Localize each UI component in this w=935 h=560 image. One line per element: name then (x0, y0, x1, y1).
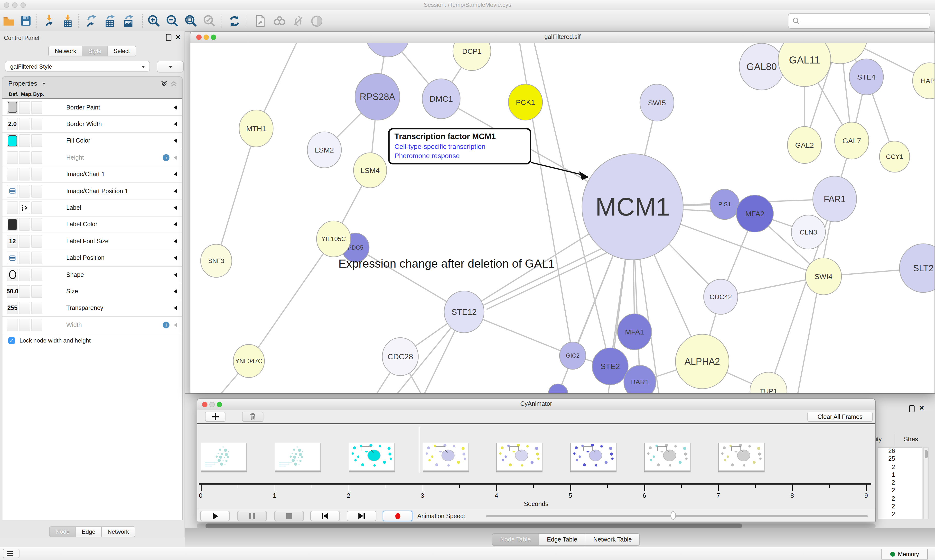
node-RPS28A[interactable]: RPS28A (355, 74, 400, 120)
hide-panel-icon[interactable] (290, 13, 306, 29)
tab-network[interactable]: Network (101, 526, 136, 537)
style-dropdown[interactable]: galFiltered Style (5, 61, 150, 72)
node-MFA1[interactable]: MFA1 (617, 314, 651, 350)
default-value-cell[interactable]: 255 (7, 302, 18, 315)
property-row-image-chart-1[interactable]: Image/Chart 1 (2, 166, 182, 183)
default-value-cell[interactable] (7, 101, 18, 114)
zoom-out-icon[interactable] (165, 13, 180, 29)
default-value-cell[interactable] (7, 268, 18, 281)
annotation-box[interactable]: Transcription factor MCM1 Cell-type-spec… (388, 128, 531, 165)
node-STE2[interactable]: STE2 (592, 348, 628, 385)
node-CDC28[interactable]: CDC28 (382, 338, 418, 375)
property-row-size[interactable]: 50.0Size (2, 283, 182, 300)
annotation-link-1[interactable]: Cell-type-specific transcription (395, 143, 525, 150)
mapping-cell[interactable] (19, 285, 30, 298)
mapping-cell[interactable] (19, 168, 30, 181)
expand-arrow-icon[interactable] (174, 155, 177, 160)
expand-arrow-icon[interactable] (174, 205, 177, 210)
next-frame-button[interactable] (347, 511, 376, 521)
export-table-icon[interactable] (102, 13, 118, 29)
mapping-cell[interactable] (19, 268, 30, 281)
mapping-cell[interactable] (19, 319, 30, 331)
collapse-all-up-icon[interactable] (170, 80, 177, 87)
frame-thumbnail-6[interactable] (644, 443, 691, 471)
node-CDC42[interactable]: CDC42 (704, 279, 738, 314)
lock-node-size-row[interactable]: ✓Lock node width and height (2, 334, 182, 348)
annotation-link-2[interactable]: Pheromone response (395, 152, 525, 160)
node-FAR1[interactable]: FAR1 (813, 176, 856, 222)
expand-arrow-icon[interactable] (174, 172, 177, 177)
zoom-fit-icon[interactable] (183, 13, 199, 29)
import-table-icon[interactable] (60, 13, 76, 29)
node-YIL105C[interactable]: YIL105C (316, 221, 350, 257)
tab-network[interactable]: Network (48, 46, 82, 57)
table-column-stress[interactable]: Stres (904, 436, 918, 443)
node-PIS1[interactable]: PIS1 (710, 189, 739, 219)
property-row-shape[interactable]: Shape (2, 267, 182, 283)
tab-edge[interactable]: Edge (76, 526, 101, 537)
close-panel-icon[interactable]: ✕ (175, 35, 181, 40)
search-network-icon[interactable] (272, 13, 287, 29)
bypass-cell[interactable] (31, 302, 42, 315)
property-row-image-chart-position-1[interactable]: Image/Chart Position 1 (2, 183, 182, 200)
save-session-icon[interactable] (18, 13, 34, 29)
node-GAL2[interactable]: GAL2 (787, 126, 822, 163)
table-cell[interactable]: 2 (878, 487, 922, 495)
tab-style[interactable]: Style (82, 46, 107, 57)
expand-arrow-icon[interactable] (174, 255, 177, 260)
frame-thumbnail-1[interactable] (275, 443, 321, 471)
expand-arrow-icon[interactable] (174, 138, 177, 143)
frame-thumbnail-3[interactable] (423, 443, 469, 471)
import-network-icon[interactable] (42, 13, 57, 29)
node-LSM2[interactable]: LSM2 (307, 132, 341, 168)
default-value-cell[interactable]: 50.0 (7, 285, 18, 298)
tab-edge-table[interactable]: Edge Table (538, 533, 585, 546)
animation-speed-thumb[interactable] (671, 511, 676, 520)
property-row-label-color[interactable]: Label Color (2, 216, 182, 233)
export-network-icon[interactable] (84, 13, 99, 29)
tab-network-table[interactable]: Network Table (585, 533, 640, 546)
default-value-cell[interactable]: 12 (7, 235, 18, 248)
zoom-selected-icon[interactable] (202, 13, 217, 29)
node-MFA2[interactable]: MFA2 (736, 195, 773, 232)
show-panels-menu-button[interactable] (3, 549, 20, 558)
node-DMC1[interactable]: DMC1 (422, 79, 460, 119)
table-cell[interactable]: 1 (878, 471, 922, 480)
node-LSM4[interactable]: LSM4 (353, 153, 387, 188)
lock-checkbox[interactable]: ✓ (8, 337, 15, 344)
frame-thumbnail-2[interactable] (349, 443, 395, 471)
property-row-border-width[interactable]: 2.0Border Width (2, 116, 182, 133)
chevron-down-icon[interactable] (42, 83, 45, 85)
node-RPS28B[interactable]: RPS28B (366, 43, 410, 57)
bypass-cell[interactable] (31, 235, 42, 248)
play-button[interactable] (200, 511, 230, 521)
bypass-cell[interactable] (31, 168, 42, 181)
table-vertical-scrollbar[interactable] (923, 447, 929, 519)
default-value-cell[interactable] (7, 218, 18, 231)
node-STE12[interactable]: STE12 (444, 291, 484, 333)
default-value-cell[interactable] (7, 252, 18, 264)
default-value-cell[interactable] (7, 185, 18, 197)
table-cell[interactable]: 2 (878, 503, 922, 511)
property-row-label-font-size[interactable]: 12Label Font Size (2, 233, 182, 250)
close-panel-icon[interactable]: ✕ (919, 405, 924, 411)
export-image-icon[interactable] (121, 13, 136, 29)
previous-frame-button[interactable] (310, 511, 340, 521)
bypass-cell[interactable] (31, 319, 42, 331)
table-column-centrality[interactable]: ity (876, 436, 882, 443)
float-panel-icon[interactable] (909, 405, 915, 414)
mapping-cell[interactable] (19, 185, 30, 197)
search-input[interactable] (788, 13, 930, 29)
mapping-cell[interactable] (19, 252, 30, 264)
property-row-transparency[interactable]: 255Transparency (2, 300, 182, 317)
frame-thumbnail-7[interactable] (718, 443, 765, 471)
zoom-in-icon[interactable] (146, 13, 162, 29)
table-horizontal-scrollbar[interactable] (197, 523, 876, 528)
table-cell[interactable]: 2 (878, 495, 922, 503)
node-GAL80[interactable]: GAL80 (739, 43, 784, 90)
expand-arrow-icon[interactable] (174, 272, 177, 277)
expand-arrow-icon[interactable] (174, 222, 177, 227)
frame-thumbnail-5[interactable] (571, 443, 617, 471)
bypass-cell[interactable] (31, 101, 42, 114)
mapping-cell[interactable] (19, 134, 30, 147)
